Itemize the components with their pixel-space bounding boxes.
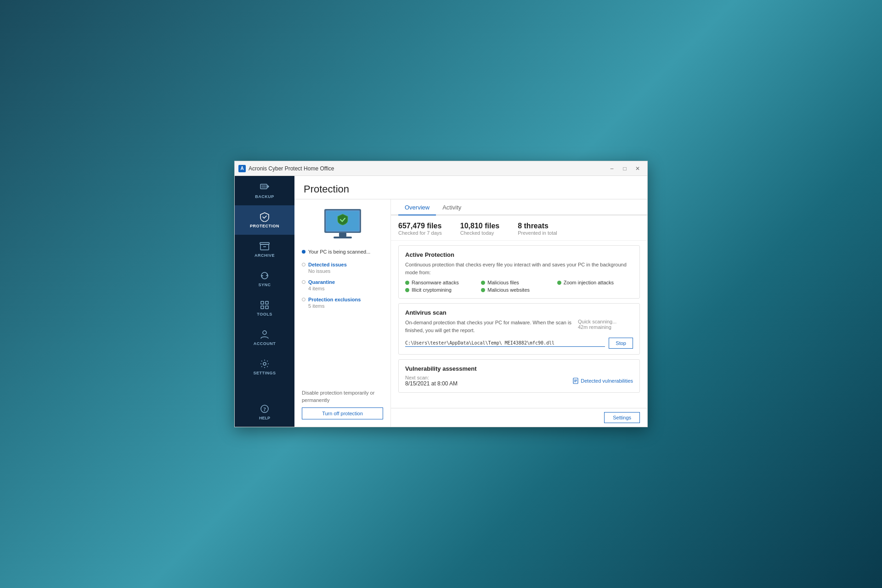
scan-status-text: Your PC is being scanned... [308, 249, 370, 254]
vulnerability-title: Vulnerability assessment [405, 365, 633, 372]
detected-vulnerabilities-label: Detected vulnerabilities [581, 378, 633, 384]
content-area: Your PC is being scanned... Detected iss… [294, 199, 647, 427]
sidebar-backup-label: BACKUP [255, 194, 274, 199]
active-protection-card: Active Protection Continuous protection … [398, 245, 640, 299]
quarantine-dot [302, 280, 305, 284]
exclusions-link[interactable]: Protection exclusions [302, 297, 383, 302]
stat-threats: 8 threats Prevented in total [518, 222, 557, 236]
app-icon: A [238, 165, 246, 172]
sidebar-item-backup[interactable]: BACKUP [235, 176, 294, 205]
sidebar-account-label: ACCOUNT [254, 341, 276, 346]
sidebar-item-help[interactable]: ? HELP [235, 397, 294, 427]
tab-overview[interactable]: Overview [398, 199, 436, 215]
svg-point-11 [263, 362, 266, 365]
tools-icon [260, 300, 270, 310]
sidebar-archive-label: ARCHIVE [254, 253, 275, 258]
stat-label-0: Checked for 7 days [398, 230, 442, 236]
detected-issues-link[interactable]: Detected issues [302, 262, 383, 267]
quarantine-sub: 4 items [308, 286, 383, 291]
window-controls: – □ ✕ [606, 164, 644, 173]
feature-malicious-files: Malicious files [481, 280, 557, 285]
scan-file-input[interactable] [405, 339, 605, 347]
svg-text:?: ? [263, 406, 266, 413]
turn-off-protection-button[interactable]: Turn off protection [302, 407, 383, 419]
window-body: BACKUP PROTECTION [235, 176, 647, 427]
main-content: Protection [294, 176, 647, 427]
account-icon [260, 329, 270, 339]
svg-rect-18 [334, 237, 352, 238]
svg-rect-6 [261, 301, 264, 304]
feature-label-cryptomining: Illicit cryptomining [412, 287, 452, 293]
main-window: A Acronis Cyber Protect Home Office – □ … [234, 161, 648, 427]
stat-files-today: 10,810 files Checked today [460, 222, 499, 236]
sidebar-sync-label: SYNC [258, 283, 271, 287]
settings-button[interactable]: Settings [604, 412, 640, 423]
stats-row: 657,479 files Checked for 7 days 10,810 … [391, 215, 647, 241]
page-header: Protection [294, 176, 647, 199]
protection-icon [260, 212, 270, 222]
feature-cryptomining: Illicit cryptomining [405, 287, 481, 293]
protection-features: Ransomware attacks Malicious files Zoom … [405, 280, 633, 293]
left-panel: Your PC is being scanned... Detected iss… [294, 199, 391, 427]
vuln-card-body: Next scan: 8/15/2021 at 8:00 AM [405, 375, 633, 387]
feature-label-ransomware: Ransomware attacks [412, 280, 459, 285]
detected-vulnerabilities-link[interactable]: Detected vulnerabilities [572, 378, 633, 384]
detected-issues-label: Detected issues [308, 262, 347, 267]
minimize-button[interactable]: – [606, 164, 618, 173]
exclusions-section: Protection exclusions 5 items [302, 297, 383, 309]
sidebar-item-archive[interactable]: ARCHIVE [235, 235, 294, 264]
svg-rect-9 [266, 306, 268, 309]
sidebar-item-protection[interactable]: PROTECTION [235, 205, 294, 235]
stat-number-1: 10,810 files [460, 222, 499, 230]
stat-label-1: Checked today [460, 230, 499, 236]
quarantine-link[interactable]: Quarantine [302, 279, 383, 285]
exclusions-sub: 5 items [308, 303, 383, 309]
svg-rect-1 [261, 185, 266, 188]
stop-button[interactable]: Stop [609, 338, 633, 349]
feature-dot-cryptomining [405, 288, 409, 292]
stat-number-2: 8 threats [518, 222, 557, 230]
scan-desc: On-demand protection that checks your PC… [405, 319, 572, 334]
maximize-button[interactable]: □ [619, 164, 631, 173]
next-scan-date: 8/15/2021 at 8:00 AM [405, 380, 458, 387]
right-panel: Overview Activity 657,479 files Checked … [391, 199, 647, 427]
svg-point-10 [263, 331, 266, 334]
sidebar-protection-label: PROTECTION [250, 224, 279, 228]
feature-dot-zoom [557, 281, 561, 285]
detected-issues-sub: No issues [308, 268, 383, 274]
cards-area: Active Protection Continuous protection … [391, 241, 647, 408]
feature-label-zoom: Zoom injection attacks [564, 280, 614, 285]
sidebar-item-account[interactable]: ACCOUNT [235, 323, 294, 352]
window-title: Acronis Cyber Protect Home Office [249, 165, 606, 172]
tabs: Overview Activity [391, 199, 647, 215]
page-title: Protection [304, 183, 349, 195]
tab-activity[interactable]: Activity [436, 199, 468, 215]
next-scan-label: Next scan: [405, 375, 458, 380]
scan-progress-area: Quick scanning... 42m remaining [578, 319, 633, 330]
quarantine-label: Quarantine [308, 279, 335, 285]
svg-rect-4 [260, 244, 269, 250]
bottom-bar: Settings [391, 408, 647, 427]
archive-icon [260, 241, 270, 251]
help-icon: ? [260, 404, 270, 414]
active-protection-desc: Continuous protection that checks every … [405, 261, 633, 276]
feature-dot-malicious-files [481, 281, 485, 285]
feature-label-malicious-websites: Malicious websites [487, 287, 530, 293]
close-button[interactable]: ✕ [632, 164, 644, 173]
sidebar-item-tools[interactable]: TOOLS [235, 294, 294, 323]
sidebar-item-sync[interactable]: SYNC [235, 264, 294, 294]
disable-text: Disable protection temporarily or perman… [302, 390, 383, 404]
scanning-label: Quick scanning... [578, 319, 616, 324]
next-scan-info: Next scan: 8/15/2021 at 8:00 AM [405, 375, 458, 387]
stat-files-7days: 657,479 files Checked for 7 days [398, 222, 442, 236]
sidebar: BACKUP PROTECTION [235, 176, 294, 427]
sidebar-settings-label: SETTINGS [253, 371, 276, 375]
feature-zoom: Zoom injection attacks [557, 280, 633, 285]
pc-image [322, 207, 363, 243]
sync-icon [260, 271, 270, 281]
sidebar-item-settings[interactable]: SETTINGS [235, 352, 294, 382]
feature-dot-malicious-websites [481, 288, 485, 292]
titlebar: A Acronis Cyber Protect Home Office – □ … [235, 161, 647, 176]
antivirus-scan-title: Antivirus scan [405, 309, 633, 316]
quarantine-section: Quarantine 4 items [302, 279, 383, 291]
